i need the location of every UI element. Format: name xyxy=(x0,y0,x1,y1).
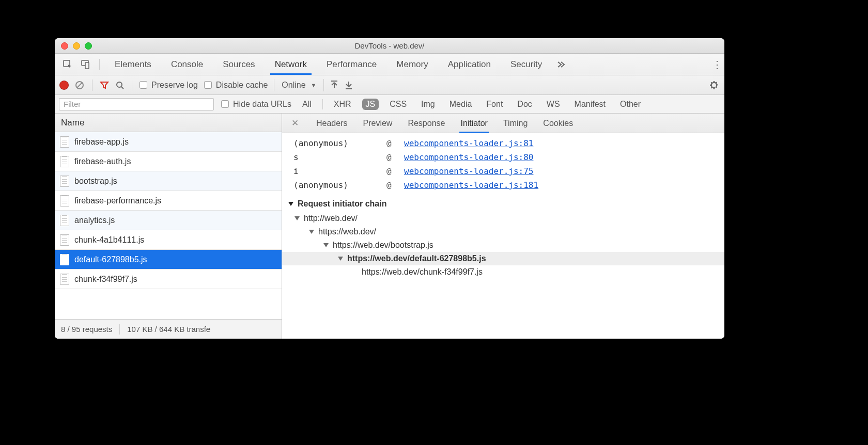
panel-tab-sources[interactable]: Sources xyxy=(213,54,265,75)
file-icon xyxy=(60,136,69,148)
initiator-chain-row[interactable]: http://web.dev/ xyxy=(282,212,724,225)
panel-tab-security[interactable]: Security xyxy=(501,54,552,75)
request-row[interactable]: default-627898b5.js xyxy=(55,250,282,269)
type-filter-font[interactable]: Font xyxy=(483,99,506,110)
close-window-button[interactable] xyxy=(61,42,68,50)
initiator-chain-header[interactable]: Request initiator chain xyxy=(282,192,724,212)
download-har-icon[interactable] xyxy=(345,81,353,90)
detail-tab-response[interactable]: Response xyxy=(408,116,445,131)
stack-location-link[interactable]: webcomponents-loader.js:81 xyxy=(404,138,533,148)
chain-url: http://web.dev/ xyxy=(304,214,358,223)
chevron-down-icon: ▼ xyxy=(311,82,317,88)
detail-tab-headers[interactable]: Headers xyxy=(316,116,347,131)
status-transfer: 107 KB / 644 KB transfe xyxy=(127,325,210,333)
panel-tab-console[interactable]: Console xyxy=(161,54,213,75)
svg-line-4 xyxy=(77,83,82,88)
network-split: Name firebase-app.jsfirebase-auth.jsboot… xyxy=(55,114,724,339)
settings-gear-icon[interactable] xyxy=(709,80,719,90)
detail-tab-preview[interactable]: Preview xyxy=(363,116,392,131)
initiator-chain-row[interactable]: https://web.dev/bootstrap.js xyxy=(282,239,724,252)
request-name: chunk-4a1b4111.js xyxy=(74,235,144,245)
initiator-chain-row[interactable]: https://web.dev/ xyxy=(282,225,724,239)
filter-input[interactable]: Filter xyxy=(59,98,214,110)
device-toolbar-icon[interactable] xyxy=(80,59,91,70)
preserve-log-checkbox[interactable]: Preserve log xyxy=(140,81,198,90)
type-filter-img[interactable]: Img xyxy=(417,99,439,110)
panel-tab-elements[interactable]: Elements xyxy=(105,54,161,75)
window-titlebar: DevTools - web.dev/ xyxy=(55,38,724,54)
initiator-chain-row[interactable]: https://web.dev/chunk-f34f99f7.js xyxy=(282,265,724,279)
type-filter-ws[interactable]: WS xyxy=(543,99,564,110)
minimize-window-button[interactable] xyxy=(73,42,80,50)
disable-cache-label: Disable cache xyxy=(216,81,268,90)
at-symbol: @ xyxy=(386,138,394,148)
request-row[interactable]: firebase-auth.js xyxy=(55,152,282,171)
svg-rect-7 xyxy=(331,81,337,82)
initiator-chain-title: Request initiator chain xyxy=(298,199,386,209)
at-symbol: @ xyxy=(386,166,394,176)
detail-tab-initiator[interactable]: Initiator xyxy=(460,116,487,131)
filter-placeholder: Filter xyxy=(64,100,81,108)
request-detail-pane: ✕ HeadersPreviewResponseInitiatorTimingC… xyxy=(282,114,724,339)
type-filter-manifest[interactable]: Manifest xyxy=(571,99,609,110)
disclosure-triangle-icon xyxy=(288,202,293,206)
request-row[interactable]: chunk-f34f99f7.js xyxy=(55,269,282,289)
status-requests: 8 / 95 requests xyxy=(61,325,112,333)
filter-bar: Filter Hide data URLs AllXHRJSCSSImgMedi… xyxy=(55,95,724,114)
svg-rect-8 xyxy=(346,88,352,89)
upload-har-icon[interactable] xyxy=(330,81,338,90)
detail-tabs: ✕ HeadersPreviewResponseInitiatorTimingC… xyxy=(282,114,724,133)
clear-icon[interactable] xyxy=(74,80,85,90)
type-filter-doc[interactable]: Doc xyxy=(514,99,535,110)
stack-location-link[interactable]: webcomponents-loader.js:75 xyxy=(404,166,533,176)
record-icon[interactable] xyxy=(60,81,68,89)
svg-line-6 xyxy=(121,87,123,89)
request-list-pane: Name firebase-app.jsfirebase-auth.jsboot… xyxy=(55,114,282,339)
hide-data-urls-checkbox[interactable]: Hide data URLs xyxy=(221,100,291,109)
divider xyxy=(99,59,100,70)
search-icon[interactable] xyxy=(115,81,125,90)
throttling-select[interactable]: Online ▼ xyxy=(274,79,324,91)
request-row[interactable]: chunk-4a1b4111.js xyxy=(55,230,282,250)
disable-cache-checkbox[interactable]: Disable cache xyxy=(204,81,268,90)
file-icon xyxy=(60,195,69,206)
panel-tab-application[interactable]: Application xyxy=(438,54,501,75)
close-detail-icon[interactable]: ✕ xyxy=(291,118,301,129)
divider xyxy=(132,80,132,91)
type-filter-other[interactable]: Other xyxy=(616,99,644,110)
stack-location-link[interactable]: webcomponents-loader.js:181 xyxy=(404,180,538,190)
type-filter-css[interactable]: CSS xyxy=(386,99,410,110)
file-icon xyxy=(60,176,69,187)
zoom-window-button[interactable] xyxy=(85,42,92,50)
type-filter-xhr[interactable]: XHR xyxy=(330,99,355,110)
disclosure-triangle-icon xyxy=(295,216,300,220)
type-filter-media[interactable]: Media xyxy=(446,99,476,110)
stack-function: (anonymous) xyxy=(293,138,376,148)
more-panels-icon[interactable] xyxy=(552,61,570,68)
request-name: default-627898b5.js xyxy=(74,255,147,264)
panel-tab-memory[interactable]: Memory xyxy=(386,54,438,75)
request-row[interactable]: firebase-app.js xyxy=(55,132,282,152)
kebab-menu-icon[interactable]: ⋮ xyxy=(709,58,720,71)
request-row[interactable]: analytics.js xyxy=(55,211,282,230)
detail-tab-cookies[interactable]: Cookies xyxy=(543,116,573,131)
chain-url: https://web.dev/default-627898b5.js xyxy=(347,254,486,263)
type-filter-all[interactable]: All xyxy=(299,99,315,110)
request-row[interactable]: firebase-performance.js xyxy=(55,191,282,211)
request-row[interactable]: bootstrap.js xyxy=(55,171,282,191)
panel-tab-network[interactable]: Network xyxy=(265,54,317,75)
inspect-element-icon[interactable] xyxy=(62,59,73,70)
stack-frame: (anonymous)@webcomponents-loader.js:181 xyxy=(282,178,724,192)
svg-rect-2 xyxy=(85,62,89,69)
detail-tab-timing[interactable]: Timing xyxy=(503,116,528,131)
stack-location-link[interactable]: webcomponents-loader.js:80 xyxy=(404,152,533,162)
hide-data-urls-label: Hide data URLs xyxy=(233,100,291,109)
chain-url: https://web.dev/chunk-f34f99f7.js xyxy=(362,267,483,277)
initiator-chain-row[interactable]: https://web.dev/default-627898b5.js xyxy=(282,252,724,265)
column-header-name[interactable]: Name xyxy=(55,114,282,132)
panel-tab-performance[interactable]: Performance xyxy=(317,54,386,75)
type-filter-js[interactable]: JS xyxy=(362,99,379,110)
stack-function: (anonymous) xyxy=(293,180,376,190)
filter-toggle-icon[interactable] xyxy=(100,81,109,90)
request-name: analytics.js xyxy=(74,216,115,225)
